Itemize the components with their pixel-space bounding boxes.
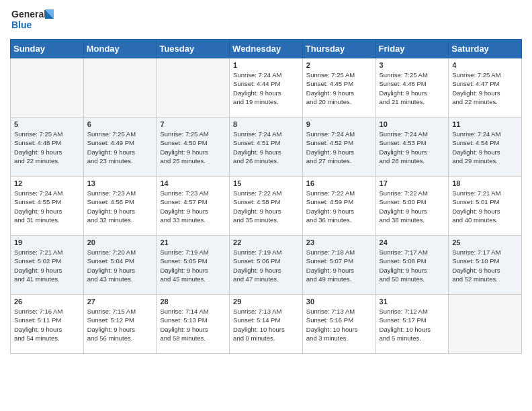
week-row-2: 5Sunrise: 7:25 AM Sunset: 4:48 PM Daylig… (11, 118, 522, 177)
day-number: 27 (87, 298, 153, 306)
day-info: Sunrise: 7:25 AM Sunset: 4:45 PM Dayligh… (306, 71, 372, 106)
calendar-cell: 12Sunrise: 7:24 AM Sunset: 4:55 PM Dayli… (11, 177, 84, 236)
day-info: Sunrise: 7:15 AM Sunset: 5:12 PM Dayligh… (87, 307, 153, 342)
day-info: Sunrise: 7:24 AM Sunset: 4:51 PM Dayligh… (233, 130, 299, 165)
calendar-cell: 3Sunrise: 7:25 AM Sunset: 4:46 PM Daylig… (375, 58, 449, 118)
day-number: 19 (14, 238, 80, 246)
day-info: Sunrise: 7:25 AM Sunset: 4:48 PM Dayligh… (14, 130, 80, 165)
calendar-cell: 30Sunrise: 7:13 AM Sunset: 5:16 PM Dayli… (302, 295, 375, 354)
day-number: 6 (87, 120, 153, 128)
day-info: Sunrise: 7:12 AM Sunset: 5:17 PM Dayligh… (380, 307, 445, 342)
day-info: Sunrise: 7:21 AM Sunset: 5:02 PM Dayligh… (14, 248, 80, 283)
calendar-cell: 6Sunrise: 7:25 AM Sunset: 4:49 PM Daylig… (83, 118, 157, 177)
week-row-3: 12Sunrise: 7:24 AM Sunset: 4:55 PM Dayli… (11, 177, 522, 236)
logo-icon: GeneralBlue (10, 7, 57, 34)
calendar-cell: 7Sunrise: 7:25 AM Sunset: 4:50 PM Daylig… (157, 118, 230, 177)
calendar-cell: 10Sunrise: 7:24 AM Sunset: 4:53 PM Dayli… (375, 118, 449, 177)
day-info: Sunrise: 7:23 AM Sunset: 4:56 PM Dayligh… (87, 189, 153, 224)
day-number: 12 (14, 179, 80, 187)
weekday-header-tuesday: Tuesday (157, 40, 230, 58)
day-info: Sunrise: 7:18 AM Sunset: 5:07 PM Dayligh… (306, 248, 372, 283)
day-number: 24 (380, 238, 445, 246)
day-number: 10 (380, 120, 445, 128)
day-number: 7 (160, 120, 226, 128)
calendar-cell: 29Sunrise: 7:13 AM Sunset: 5:14 PM Dayli… (230, 295, 303, 354)
day-info: Sunrise: 7:22 AM Sunset: 5:00 PM Dayligh… (380, 189, 445, 224)
weekday-header-friday: Friday (375, 40, 449, 58)
day-info: Sunrise: 7:25 AM Sunset: 4:46 PM Dayligh… (380, 71, 445, 106)
day-number: 31 (380, 298, 445, 306)
day-info: Sunrise: 7:19 AM Sunset: 5:05 PM Dayligh… (160, 248, 226, 283)
page: GeneralBlue SundayMondayTuesdayWednesday… (0, 0, 532, 364)
calendar-cell (449, 295, 522, 354)
calendar-cell (83, 58, 157, 118)
calendar-cell: 13Sunrise: 7:23 AM Sunset: 4:56 PM Dayli… (83, 177, 157, 236)
calendar-cell (157, 58, 230, 118)
day-info: Sunrise: 7:13 AM Sunset: 5:14 PM Dayligh… (233, 307, 299, 342)
day-number: 3 (380, 61, 445, 69)
day-number: 28 (160, 298, 226, 306)
day-info: Sunrise: 7:19 AM Sunset: 5:06 PM Dayligh… (233, 248, 299, 283)
day-number: 30 (306, 298, 372, 306)
day-number: 26 (14, 298, 80, 306)
calendar-cell: 27Sunrise: 7:15 AM Sunset: 5:12 PM Dayli… (83, 295, 157, 354)
day-number: 23 (306, 238, 372, 246)
day-number: 5 (14, 120, 80, 128)
day-number: 9 (306, 120, 372, 128)
calendar-cell: 8Sunrise: 7:24 AM Sunset: 4:51 PM Daylig… (230, 118, 303, 177)
day-number: 22 (233, 238, 299, 246)
day-number: 16 (306, 179, 372, 187)
calendar-cell: 23Sunrise: 7:18 AM Sunset: 5:07 PM Dayli… (302, 236, 375, 295)
day-info: Sunrise: 7:25 AM Sunset: 4:47 PM Dayligh… (452, 71, 518, 106)
calendar-cell: 1Sunrise: 7:24 AM Sunset: 4:44 PM Daylig… (230, 58, 303, 118)
weekday-header-monday: Monday (83, 40, 157, 58)
calendar-cell: 20Sunrise: 7:20 AM Sunset: 5:04 PM Dayli… (83, 236, 157, 295)
weekday-header-row: SundayMondayTuesdayWednesdayThursdayFrid… (11, 40, 522, 58)
calendar-cell: 24Sunrise: 7:17 AM Sunset: 5:08 PM Dayli… (375, 236, 449, 295)
calendar-cell: 9Sunrise: 7:24 AM Sunset: 4:52 PM Daylig… (302, 118, 375, 177)
calendar-cell (11, 58, 84, 118)
day-info: Sunrise: 7:22 AM Sunset: 4:59 PM Dayligh… (306, 189, 372, 224)
day-info: Sunrise: 7:24 AM Sunset: 4:52 PM Dayligh… (306, 130, 372, 165)
svg-text:Blue: Blue (11, 19, 32, 30)
day-number: 13 (87, 179, 153, 187)
day-info: Sunrise: 7:16 AM Sunset: 5:11 PM Dayligh… (14, 307, 80, 342)
header: GeneralBlue (10, 7, 522, 34)
calendar-cell: 26Sunrise: 7:16 AM Sunset: 5:11 PM Dayli… (11, 295, 84, 354)
day-info: Sunrise: 7:13 AM Sunset: 5:16 PM Dayligh… (306, 307, 372, 342)
day-number: 18 (452, 179, 518, 187)
day-info: Sunrise: 7:14 AM Sunset: 5:13 PM Dayligh… (160, 307, 226, 342)
calendar-cell: 2Sunrise: 7:25 AM Sunset: 4:45 PM Daylig… (302, 58, 375, 118)
calendar-cell: 15Sunrise: 7:22 AM Sunset: 4:58 PM Dayli… (230, 177, 303, 236)
calendar-cell: 31Sunrise: 7:12 AM Sunset: 5:17 PM Dayli… (375, 295, 449, 354)
day-number: 11 (452, 120, 518, 128)
day-info: Sunrise: 7:23 AM Sunset: 4:57 PM Dayligh… (160, 189, 226, 224)
day-number: 14 (160, 179, 226, 187)
day-number: 29 (233, 298, 299, 306)
day-info: Sunrise: 7:21 AM Sunset: 5:01 PM Dayligh… (452, 189, 518, 224)
week-row-1: 1Sunrise: 7:24 AM Sunset: 4:44 PM Daylig… (11, 58, 522, 118)
day-number: 17 (380, 179, 445, 187)
calendar-cell: 25Sunrise: 7:17 AM Sunset: 5:10 PM Dayli… (449, 236, 522, 295)
day-info: Sunrise: 7:22 AM Sunset: 4:58 PM Dayligh… (233, 189, 299, 224)
weekday-header-wednesday: Wednesday (230, 40, 303, 58)
day-number: 21 (160, 238, 226, 246)
day-number: 20 (87, 238, 153, 246)
day-info: Sunrise: 7:24 AM Sunset: 4:55 PM Dayligh… (14, 189, 80, 224)
calendar-cell: 18Sunrise: 7:21 AM Sunset: 5:01 PM Dayli… (449, 177, 522, 236)
calendar-cell: 21Sunrise: 7:19 AM Sunset: 5:05 PM Dayli… (157, 236, 230, 295)
calendar-cell: 16Sunrise: 7:22 AM Sunset: 4:59 PM Dayli… (302, 177, 375, 236)
calendar-cell: 11Sunrise: 7:24 AM Sunset: 4:54 PM Dayli… (449, 118, 522, 177)
day-info: Sunrise: 7:24 AM Sunset: 4:44 PM Dayligh… (233, 71, 299, 106)
calendar-cell: 5Sunrise: 7:25 AM Sunset: 4:48 PM Daylig… (11, 118, 84, 177)
weekday-header-saturday: Saturday (449, 40, 522, 58)
day-number: 8 (233, 120, 299, 128)
day-info: Sunrise: 7:24 AM Sunset: 4:53 PM Dayligh… (380, 130, 445, 165)
day-number: 2 (306, 61, 372, 69)
day-info: Sunrise: 7:20 AM Sunset: 5:04 PM Dayligh… (87, 248, 153, 283)
day-info: Sunrise: 7:17 AM Sunset: 5:10 PM Dayligh… (452, 248, 518, 283)
day-number: 15 (233, 179, 299, 187)
calendar-cell: 22Sunrise: 7:19 AM Sunset: 5:06 PM Dayli… (230, 236, 303, 295)
day-info: Sunrise: 7:25 AM Sunset: 4:50 PM Dayligh… (160, 130, 226, 165)
week-row-5: 26Sunrise: 7:16 AM Sunset: 5:11 PM Dayli… (11, 295, 522, 354)
